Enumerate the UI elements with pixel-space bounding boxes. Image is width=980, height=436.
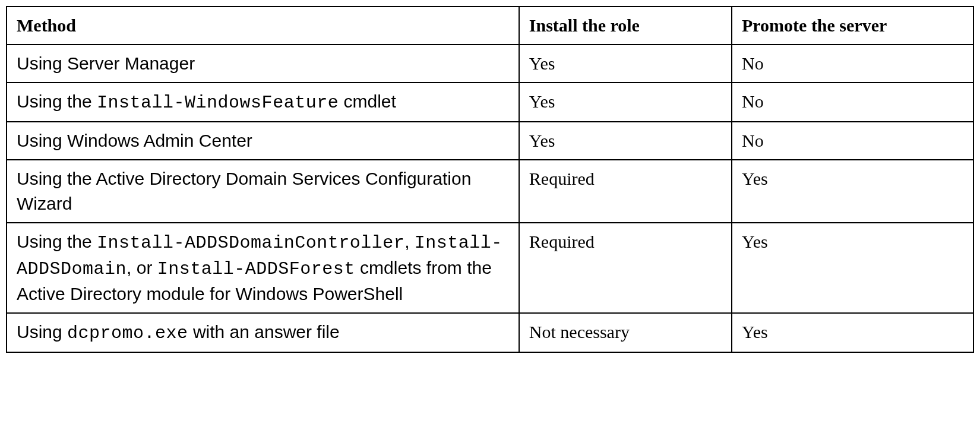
cell-install: Yes	[519, 45, 732, 83]
cell-method: Using dcpromo.exe with an answer file	[7, 313, 519, 352]
cell-method: Using Server Manager	[7, 45, 519, 83]
header-promote: Promote the server	[732, 7, 973, 45]
table-row: Using the Install-WindowsFeature cmdletY…	[7, 83, 973, 122]
cell-method: Using the Install-ADDSDomainController, …	[7, 223, 519, 313]
code-snippet: dcpromo.exe	[67, 323, 188, 343]
methods-table: Method Install the role Promote the serv…	[6, 6, 974, 353]
cell-promote: Yes	[732, 223, 973, 313]
cell-method: Using the Install-WindowsFeature cmdlet	[7, 83, 519, 122]
table-row: Using Server ManagerYesNo	[7, 45, 973, 83]
table-row: Using Windows Admin CenterYesNo	[7, 122, 973, 160]
cell-promote: No	[732, 45, 973, 83]
cell-promote: Yes	[732, 313, 973, 352]
table-row: Using dcpromo.exe with an answer fileNot…	[7, 313, 973, 352]
code-snippet: Install-WindowsFeature	[97, 93, 339, 113]
code-snippet: Install-ADDSDomainController	[97, 233, 404, 253]
cell-promote: No	[732, 122, 973, 160]
header-install: Install the role	[519, 7, 732, 45]
header-method: Method	[7, 7, 519, 45]
cell-promote: Yes	[732, 160, 973, 223]
cell-install: Required	[519, 160, 732, 223]
cell-install: Required	[519, 223, 732, 313]
cell-install: Yes	[519, 122, 732, 160]
table-row: Using the Active Directory Domain Servic…	[7, 160, 973, 223]
table-header-row: Method Install the role Promote the serv…	[7, 7, 973, 45]
cell-method: Using the Active Directory Domain Servic…	[7, 160, 519, 223]
table-row: Using the Install-ADDSDomainController, …	[7, 223, 973, 313]
cell-install: Not necessary	[519, 313, 732, 352]
cell-install: Yes	[519, 83, 732, 122]
cell-method: Using Windows Admin Center	[7, 122, 519, 160]
code-snippet: Install-ADDSForest	[157, 259, 355, 279]
cell-promote: No	[732, 83, 973, 122]
